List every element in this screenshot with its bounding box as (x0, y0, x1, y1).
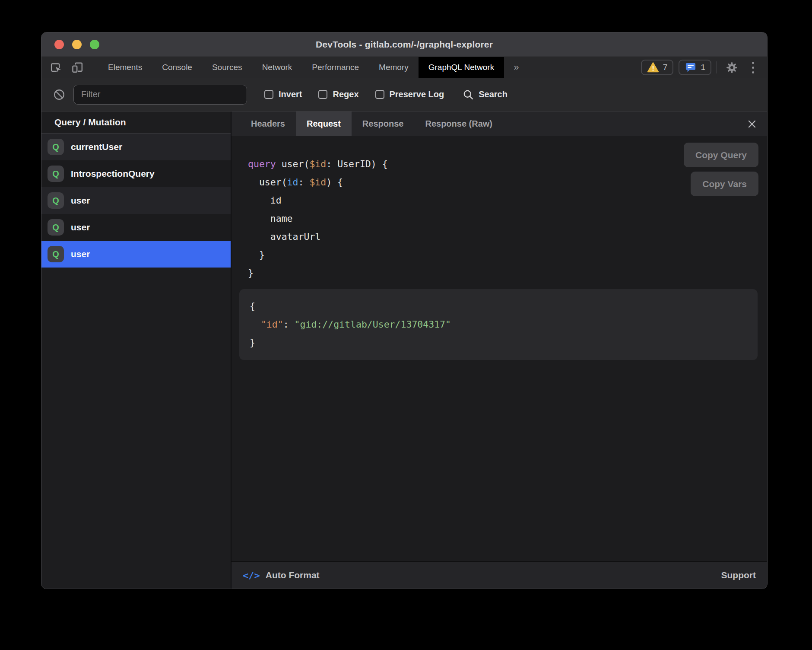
tab-network[interactable]: Network (252, 57, 302, 78)
tab-elements[interactable]: Elements (98, 57, 152, 78)
settings-gear-icon[interactable] (722, 57, 741, 78)
tab-console[interactable]: Console (152, 57, 202, 78)
query-list-item[interactable]: QcurrentUser (41, 134, 231, 160)
code-line: name (248, 210, 767, 228)
detail-tab-bar: HeadersRequestResponseResponse (Raw) (232, 112, 767, 136)
search-button[interactable]: Search (462, 89, 508, 101)
copy-vars-button[interactable]: Copy Vars (691, 172, 758, 196)
toolbar-right-cluster: 7 1 (641, 57, 767, 78)
checkbox-box[interactable] (375, 90, 384, 99)
query-type-badge: Q (48, 139, 64, 155)
warnings-badge[interactable]: 7 (641, 60, 674, 75)
inspect-element-icon[interactable] (45, 57, 67, 78)
query-name: user (71, 249, 90, 259)
close-detail-button[interactable] (737, 112, 767, 136)
main-tab-strip: ElementsConsoleSourcesNetworkPerformance… (98, 57, 504, 78)
sidebar-header: Query / Mutation (41, 112, 231, 134)
tab-graphql-network[interactable]: GraphQL Network (419, 57, 504, 78)
search-icon (462, 89, 474, 101)
devtools-window: DevTools - gitlab.com/-/graphql-explorer… (41, 32, 767, 589)
tab-performance[interactable]: Performance (302, 57, 369, 78)
filter-checkboxes: InvertRegexPreserve Log (264, 89, 444, 99)
toolbar-separator (90, 61, 90, 73)
panel-footer: </> Auto Format Support (232, 561, 767, 589)
close-icon (746, 118, 758, 130)
minimize-window-button[interactable] (72, 40, 82, 49)
window-title: DevTools - gitlab.com/-/graphql-explorer (316, 39, 493, 50)
window-controls (54, 32, 99, 57)
detail-tab-response[interactable]: Response (352, 112, 415, 136)
filter-bar: InvertRegexPreserve Log Search (41, 78, 767, 112)
query-name: user (71, 222, 90, 233)
code-line: id (248, 191, 767, 210)
toolbar-separator (717, 61, 717, 73)
query-list-item[interactable]: Quser (41, 187, 231, 214)
search-label: Search (479, 89, 508, 99)
main-content: Query / Mutation QcurrentUserQIntrospect… (41, 112, 767, 589)
query-list-item[interactable]: Quser (41, 214, 231, 241)
copy-query-button[interactable]: Copy Query (684, 143, 758, 167)
query-type-badge: Q (48, 219, 64, 236)
kebab-menu-icon[interactable] (746, 57, 759, 78)
query-name: user (71, 195, 90, 206)
checkbox-invert[interactable]: Invert (264, 89, 302, 99)
checkbox-label: Regex (333, 89, 358, 99)
desktop-background: DevTools - gitlab.com/-/graphql-explorer… (0, 0, 812, 650)
tab-sources[interactable]: Sources (202, 57, 252, 78)
detail-tab-response-raw[interactable]: Response (Raw) (414, 112, 503, 136)
query-type-badge: Q (48, 166, 64, 182)
support-link[interactable]: Support (721, 570, 756, 580)
code-line: "id": "gid://gitlab/User/13704317" (250, 315, 747, 334)
maximize-window-button[interactable] (90, 40, 99, 49)
issues-count: 1 (701, 63, 705, 72)
sidebar: Query / Mutation QcurrentUserQIntrospect… (41, 112, 232, 589)
detail-tab-headers[interactable]: Headers (240, 112, 296, 136)
detail-panel: HeadersRequestResponseResponse (Raw) que… (232, 112, 767, 589)
checkbox-preserve-log[interactable]: Preserve Log (375, 89, 444, 99)
request-query-code: query user($id: UserID) { user(id: $id) … (232, 155, 767, 282)
checkbox-label: Invert (279, 89, 302, 99)
auto-format-icon: </> (243, 570, 260, 581)
request-tab-content: query user($id: UserID) { user(id: $id) … (232, 136, 767, 561)
query-list-item[interactable]: Quser (41, 241, 231, 268)
code-line: user(id: $id) { (248, 173, 767, 191)
detail-tab-strip: HeadersRequestResponseResponse (Raw) (240, 112, 503, 136)
warning-icon (647, 61, 659, 73)
query-name: currentUser (71, 142, 122, 152)
checkbox-box[interactable] (318, 90, 327, 99)
close-window-button[interactable] (54, 40, 64, 49)
code-line: } (248, 246, 767, 264)
query-name: IntrospectionQuery (71, 169, 155, 179)
more-tabs-chevron-icon[interactable]: » (504, 57, 528, 78)
filter-input[interactable] (73, 85, 247, 105)
main-tab-bar: ElementsConsoleSourcesNetworkPerformance… (41, 57, 767, 78)
checkbox-box[interactable] (264, 90, 273, 99)
issues-badge[interactable]: 1 (679, 60, 711, 75)
request-variables-code: { "id": "gid://gitlab/User/13704317"} (250, 297, 747, 352)
checkbox-regex[interactable]: Regex (318, 89, 358, 99)
code-line: } (248, 264, 767, 282)
code-line: avatarUrl (248, 228, 767, 246)
title-bar: DevTools - gitlab.com/-/graphql-explorer (41, 32, 767, 57)
device-toolbar-icon[interactable] (67, 57, 88, 78)
request-variables-box: { "id": "gid://gitlab/User/13704317"} (239, 289, 758, 360)
block-icon[interactable] (53, 88, 66, 101)
query-type-badge: Q (48, 246, 64, 262)
code-line: { (250, 297, 747, 315)
detail-tab-request[interactable]: Request (296, 112, 352, 136)
code-line: } (250, 334, 747, 352)
message-bubble-icon (685, 61, 697, 73)
tab-memory[interactable]: Memory (369, 57, 419, 78)
auto-format-button[interactable]: Auto Format (266, 570, 320, 580)
query-type-badge: Q (48, 192, 64, 209)
warning-count: 7 (663, 63, 668, 72)
checkbox-label: Preserve Log (390, 89, 444, 99)
query-list-item[interactable]: QIntrospectionQuery (41, 160, 231, 187)
query-list: QcurrentUserQIntrospectionQueryQuserQuse… (41, 134, 231, 268)
